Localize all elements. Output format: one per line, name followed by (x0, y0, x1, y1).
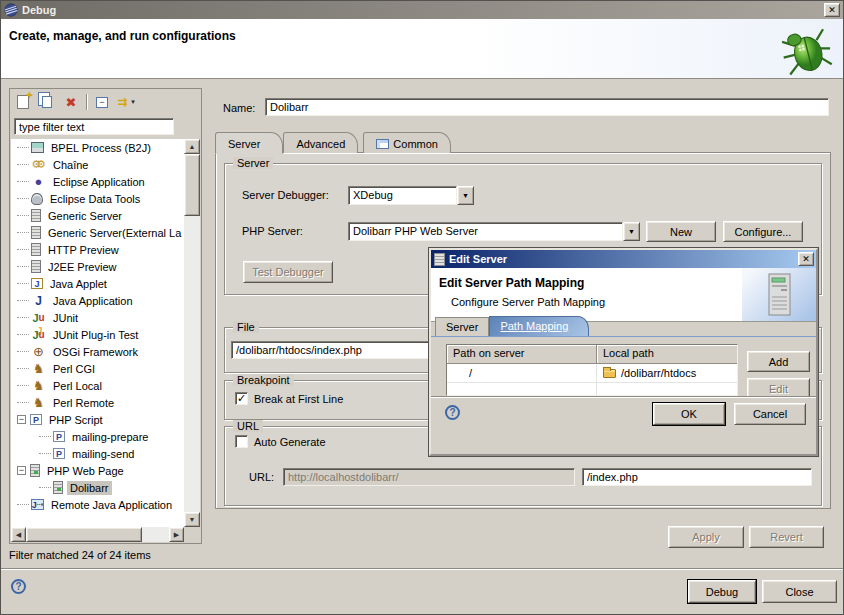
break-first-line-checkbox[interactable]: ✓ (235, 392, 248, 405)
tree-item-remote-java-application[interactable]: Remote Java Application (11, 496, 184, 513)
break-first-line-label: Break at First Line (254, 393, 343, 405)
file-group-title: File (233, 321, 259, 333)
tab-common[interactable]: Common (363, 132, 451, 153)
applet-icon (31, 278, 43, 289)
dialog-tab-path-mapping[interactable]: Path Mapping (489, 316, 589, 336)
url-path-input[interactable] (582, 468, 812, 486)
dialog-help-button[interactable]: ? (445, 405, 460, 420)
edit-server-dialog: Edit Server ✕ Edit Server Path Mapping C… (429, 248, 818, 456)
tab-server[interactable]: Server (215, 132, 283, 154)
new-configuration-button[interactable] (14, 94, 32, 110)
tree-horizontal-scrollbar[interactable]: ◀ ▶ (11, 527, 184, 542)
new-server-button[interactable]: New (646, 221, 716, 242)
tree-item-dolibarr[interactable]: Dolibarr (11, 479, 184, 496)
url-label: URL: (249, 471, 274, 483)
column-path-on-server[interactable]: Path on server (447, 345, 597, 364)
ok-button[interactable]: OK (653, 403, 725, 425)
scroll-up-button[interactable]: ▲ (184, 139, 200, 154)
banner: Create, manage, and run configurations (1, 19, 843, 79)
tree-item-perl-local[interactable]: Perl Local (11, 377, 184, 394)
dropdown-arrow-icon[interactable]: ▼ (457, 186, 474, 205)
tree-item-generic-server[interactable]: Generic Server (11, 207, 184, 224)
php-server-combo[interactable]: Dolibarr PHP Web Server ▼ (348, 222, 640, 241)
dialog-heading: Edit Server Path Mapping (439, 276, 584, 290)
tree-item-mailing-prepare[interactable]: mailing-prepare (11, 428, 184, 445)
dropdown-arrow-icon[interactable]: ▼ (623, 222, 640, 241)
tree-item-php-script[interactable]: −PHP Script (11, 411, 184, 428)
server-group-title: Server (233, 157, 273, 169)
delete-configuration-button[interactable] (62, 94, 80, 110)
collapse-expander[interactable]: − (17, 415, 26, 424)
php-server-label: PHP Server: (242, 225, 303, 237)
dialog-tab-server[interactable]: Server (435, 317, 489, 336)
tree-item-http-preview[interactable]: HTTP Preview (11, 241, 184, 258)
window-title: Debug (22, 4, 56, 16)
name-input[interactable] (265, 98, 829, 116)
eclipse-logo-icon (2, 1, 20, 19)
close-icon: ✕ (802, 254, 810, 264)
close-button[interactable]: Close (762, 580, 837, 603)
url-group-title: URL (233, 420, 263, 432)
server-debugger-label: Server Debugger: (242, 189, 329, 201)
scroll-down-button[interactable]: ▼ (184, 512, 200, 527)
window-close-button[interactable]: ✕ (824, 3, 840, 17)
collapse-all-button[interactable]: − (93, 94, 111, 110)
tree-item-generic-server-external[interactable]: Generic Server(External La (11, 224, 184, 241)
auto-generate-checkbox[interactable] (235, 435, 248, 448)
filter-input[interactable] (14, 118, 174, 135)
new-config-icon (17, 95, 29, 109)
tree-item-perl-remote[interactable]: Perl Remote (11, 394, 184, 411)
apply-button[interactable]: Apply (668, 526, 744, 548)
scroll-right-button[interactable]: ▶ (169, 527, 184, 542)
web-server-icon (53, 481, 63, 494)
scroll-left-button[interactable]: ◀ (11, 527, 26, 542)
revert-button[interactable]: Revert (749, 526, 824, 548)
folder-icon (603, 369, 616, 378)
vertical-scroll-thumb[interactable] (184, 154, 200, 216)
tree-item-chaine[interactable]: Chaîne (11, 156, 184, 173)
tree-item-eclipse-application[interactable]: Eclipse Application (11, 173, 184, 190)
column-local-path[interactable]: Local path (597, 345, 738, 364)
server-debugger-combo[interactable]: XDebug ▼ (348, 186, 474, 205)
tree-item-junit-plugin-test[interactable]: JUnit Plug-in Test (11, 326, 184, 343)
cancel-button[interactable]: Cancel (734, 403, 806, 425)
tree-vertical-scrollbar[interactable]: ▲ ▼ (184, 139, 200, 527)
bpel-process-icon (31, 142, 44, 153)
launch-toolbar: − ⇉▾ (10, 89, 201, 115)
tree-item-perl-cgi[interactable]: Perl CGI (11, 360, 184, 377)
path-mapping-table: Path on server Local path / /dolibarr/ht… (446, 344, 738, 396)
camel-icon (31, 396, 46, 410)
test-debugger-button[interactable]: Test Debugger (243, 261, 333, 283)
table-row[interactable]: / /dolibarr/htdocs (447, 364, 737, 383)
help-icon: ? (15, 581, 21, 592)
duplicate-configuration-button[interactable] (38, 94, 56, 110)
tree-item-mailing-send[interactable]: mailing-send (11, 445, 184, 462)
help-button[interactable]: ? (11, 579, 26, 594)
configurations-tree: BPEL Process (B2J) Chaîne Eclipse Applic… (11, 139, 184, 527)
server-icon (31, 260, 41, 273)
tree-item-php-web-page[interactable]: −PHP Web Page (11, 462, 184, 479)
tree-item-bpel-process[interactable]: BPEL Process (B2J) (11, 139, 184, 156)
web-server-icon (30, 464, 40, 477)
configure-server-button[interactable]: Configure... (723, 221, 803, 242)
scroll-left-icon: ◀ (16, 531, 21, 539)
tree-item-osgi-framework[interactable]: OSGi Framework (11, 343, 184, 360)
check-icon: ✓ (237, 393, 246, 404)
tree-item-java-applet[interactable]: Java Applet (11, 275, 184, 292)
tree-item-eclipse-data-tools[interactable]: Eclipse Data Tools (11, 190, 184, 207)
add-mapping-button[interactable]: Add (747, 351, 810, 372)
collapse-expander[interactable]: − (17, 466, 26, 475)
help-icon: ? (449, 407, 455, 418)
scroll-right-icon: ▶ (174, 531, 179, 539)
tree-item-java-application[interactable]: Java Application (11, 292, 184, 309)
tree-item-j2ee-preview[interactable]: J2EE Preview (11, 258, 184, 275)
debug-button[interactable]: Debug (688, 580, 756, 603)
url-input[interactable] (283, 468, 575, 486)
server-icon (31, 226, 41, 239)
filter-menu-button[interactable]: ⇉▾ (117, 94, 135, 110)
tab-advanced[interactable]: Advanced (283, 132, 358, 153)
horizontal-scroll-thumb[interactable] (26, 527, 142, 542)
dialog-close-button[interactable]: ✕ (798, 252, 814, 266)
collapse-all-icon: − (96, 97, 108, 108)
tree-item-junit[interactable]: JUnit (11, 309, 184, 326)
